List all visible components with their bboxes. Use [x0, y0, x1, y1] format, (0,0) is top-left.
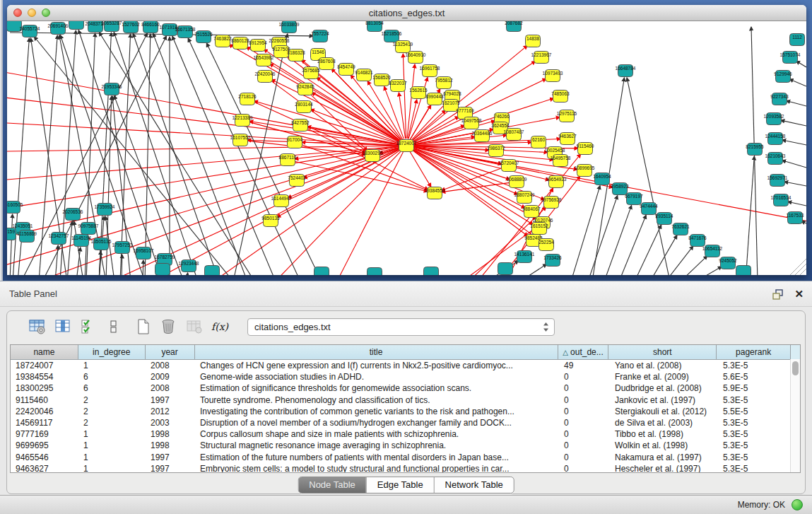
table-settings-icon[interactable]: [28, 317, 47, 336]
table-row[interactable]: 969969511998Structural magnetic resonanc…: [11, 440, 800, 451]
graph-edge[interactable]: [784, 182, 806, 186]
graph-node[interactable]: 20206536: [63, 209, 83, 221]
graph-node[interactable]: 15751074: [780, 52, 801, 64]
graph-node[interactable]: 14136141: [514, 251, 535, 263]
graph-edge[interactable]: [681, 256, 707, 275]
graph-node[interactable]: 16495758: [551, 155, 571, 167]
graph-edge[interactable]: [782, 140, 806, 145]
graph-node[interactable]: 20691406: [48, 23, 69, 35]
column-header-name[interactable]: name: [11, 345, 78, 359]
graph-node[interactable]: 15720407: [499, 160, 519, 172]
tab-network-table[interactable]: Network Table: [434, 477, 514, 493]
zoom-window-button[interactable]: [42, 8, 50, 17]
graph-node[interactable]: 9129946: [774, 71, 792, 83]
graph-node[interactable]: 8454749: [337, 64, 355, 76]
close-window-button[interactable]: [13, 8, 22, 17]
graph-node[interactable]: 22420046: [255, 71, 276, 83]
graph-edge[interactable]: [696, 267, 722, 275]
graph-node[interactable]: 8860128: [231, 37, 249, 49]
graph-edge[interactable]: [650, 235, 677, 275]
graph-node[interactable]: 1640954: [593, 173, 611, 185]
graph-node[interactable]: 21953346: [102, 83, 122, 95]
minimize-window-button[interactable]: [28, 8, 36, 17]
graph-edge[interactable]: [588, 195, 618, 275]
graph-node[interactable]: [69, 21, 84, 30]
function-builder-icon[interactable]: f(x): [211, 317, 229, 336]
graph-edge[interactable]: [143, 260, 143, 275]
graph-node[interactable]: 16107552: [230, 134, 251, 146]
graph-node[interactable]: 12975115: [557, 110, 577, 122]
graph-node[interactable]: 252254: [539, 239, 554, 251]
graph-node[interactable]: 8813054: [365, 21, 384, 32]
graph-node[interactable]: 16144947: [271, 195, 292, 207]
graph-edge[interactable]: [788, 201, 806, 206]
graph-node[interactable]: 10899695: [575, 165, 595, 177]
graph-node[interactable]: 8471676: [688, 235, 707, 247]
graph-edge[interactable]: [746, 156, 754, 275]
table-row[interactable]: 911546021997Tourette syndrome. Phenomeno…: [11, 395, 800, 406]
network-canvas[interactable]: 1405572420691406204837191065328715276028…: [7, 21, 806, 275]
graph-edge[interactable]: [666, 246, 693, 275]
graph-node[interactable]: 12342757: [49, 233, 69, 245]
graph-node[interactable]: 15218506: [382, 30, 402, 42]
tab-edge-table[interactable]: Edge Table: [366, 477, 434, 493]
graph-edge[interactable]: [312, 93, 401, 142]
graph-node[interactable]: 8186328: [287, 49, 305, 62]
graph-node[interactable]: 16210643: [765, 153, 786, 165]
graph-node[interactable]: 2986372: [487, 145, 505, 157]
graph-node[interactable]: 7557224: [311, 30, 329, 42]
graph-node[interactable]: 1615152: [530, 223, 548, 235]
graph-node[interactable]: 39159: [7, 228, 16, 240]
table-row[interactable]: 2242004622012Investigating the contribut…: [11, 406, 800, 417]
graph-node[interactable]: 1527602: [122, 21, 140, 33]
graph-edge[interactable]: [787, 101, 806, 106]
graph-node[interactable]: 16961758: [420, 65, 440, 77]
graph-node[interactable]: 18300295: [363, 150, 383, 162]
graph-node[interactable]: [736, 266, 751, 276]
close-panel-icon[interactable]: ✕: [794, 288, 804, 300]
graph-node[interactable]: 62160: [531, 136, 546, 148]
graph-node[interactable]: 11156869: [17, 230, 37, 243]
graph-node[interactable]: 8215955: [746, 144, 764, 156]
table-scrollbar[interactable]: [790, 359, 800, 472]
graph-node[interactable]: 17957253: [112, 242, 133, 254]
table-row[interactable]: 1872400712008Changes of HCN gene express…: [11, 360, 800, 371]
scrollbar-thumb[interactable]: [792, 361, 799, 375]
resize-grip-icon[interactable]: [790, 259, 806, 275]
column-header-pagerank[interactable]: pagerank: [717, 345, 791, 359]
graph-node[interactable]: 7524402: [288, 175, 306, 187]
graph-edge[interactable]: [520, 264, 547, 275]
graph-node[interactable]: 19654923: [546, 176, 567, 188]
graph-node[interactable]: 10973493: [543, 70, 563, 82]
graph-node[interactable]: 15692971: [767, 175, 788, 187]
graph-node[interactable]: 10653287: [102, 21, 122, 32]
graph-node[interactable]: 16648784: [616, 65, 636, 77]
delete-table-icon[interactable]: [160, 317, 178, 336]
graph-node[interactable]: 7463822: [213, 35, 232, 47]
graph-node[interactable]: 7632621: [671, 223, 690, 235]
graph-node[interactable]: 10688809: [507, 176, 527, 188]
graph-node[interactable]: 16671358: [175, 26, 196, 38]
graph-node[interactable]: 2935114: [656, 213, 673, 225]
memory-status-indicator[interactable]: [792, 499, 803, 510]
graph-node[interactable]: 12213967: [531, 52, 552, 64]
graph-node[interactable]: 18724007: [396, 140, 417, 152]
graph-node[interactable]: [498, 263, 513, 275]
table-row[interactable]: 946554611997Estimation of the future num…: [11, 452, 800, 463]
graph-node[interactable]: 1167533: [787, 212, 804, 224]
graph-node[interactable]: 7955812: [435, 77, 453, 89]
float-panel-icon[interactable]: [772, 288, 784, 300]
graph-node[interactable]: 9227343: [770, 93, 789, 105]
graph-edge[interactable]: [781, 120, 806, 126]
column-header-title[interactable]: title: [195, 345, 558, 359]
graph-node[interactable]: 9146821: [355, 69, 373, 81]
table-row[interactable]: 1938455462009Genome-wide association stu…: [11, 371, 800, 382]
graph-node[interactable]: 11325419: [393, 41, 413, 53]
graph-node[interactable]: 2087682: [505, 21, 523, 32]
column-header-short[interactable]: short: [608, 345, 717, 359]
graph-node[interactable]: 8867110: [279, 154, 297, 166]
graph-node[interactable]: 7515526: [194, 31, 213, 43]
graph-node[interactable]: 17016514: [771, 194, 792, 206]
graph-node[interactable]: 12923448: [179, 260, 199, 272]
table-row[interactable]: 977716911998Corpus callosum shape and si…: [11, 428, 800, 440]
